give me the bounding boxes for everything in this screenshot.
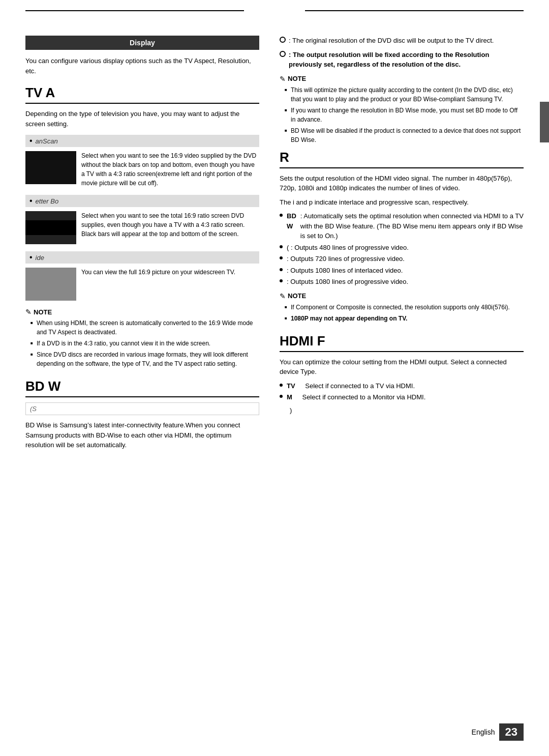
option-anscan-desc: Select when you want to see the 16:9 vid… <box>81 151 259 188</box>
circle-bullet-2: : The output resolution will be fixed ac… <box>280 50 524 70</box>
hdmi-monitor-text: Select if connected to a Monitor via HDM… <box>302 392 425 402</box>
note-item-1: When using HDMI, the screen is automatic… <box>30 318 259 337</box>
side-tab <box>540 102 549 142</box>
option-anscan-label: anScan <box>36 137 58 145</box>
res-1080i-text: : Outputs 1080 lines of interlaced video… <box>287 266 403 276</box>
wide-image <box>25 268 76 301</box>
resolution-intro-2: The i and p indicate interlace and progr… <box>280 197 524 208</box>
resolution-heading: R <box>280 150 524 168</box>
right-column: : The original resolution of the DVD dis… <box>280 36 524 450</box>
note-pencil-icon-2: ✎ <box>280 75 286 83</box>
top-border-right <box>305 10 524 11</box>
letterbox-image <box>25 211 76 244</box>
note-pencil-icon: ✎ <box>25 308 32 316</box>
tv-aspect-note-header: ✎ NOTE <box>25 308 259 316</box>
bd-wise-note: ✎ NOTE This will optimize the picture qu… <box>280 75 524 144</box>
display-intro: You can configure various display option… <box>25 56 259 76</box>
option-anscan: • anScan Select when you want to see the… <box>25 135 259 190</box>
res-1080p-text: : Outputs 1080 lines of progressive vide… <box>287 277 408 287</box>
note-item-2: If a DVD is in the 4:3 ratio, you cannot… <box>30 339 259 348</box>
option-wide-label-row: • ide <box>25 251 259 264</box>
hdmi-bullets: TV Select if connected to a TV via HDMI.… <box>280 381 524 402</box>
option-wide: • ide You can view the full 16:9 picture… <box>25 251 259 303</box>
hdmi-tv-text: Select if connected to a TV via HDMI. <box>305 381 415 391</box>
footer-page-number: 23 <box>499 723 524 741</box>
resolution-bullets: BD W : Automatically sets the optimal re… <box>280 211 524 287</box>
res-bullet-1080p: : Outputs 1080 lines of progressive vide… <box>280 277 524 287</box>
hdmi-intro: You can optimize the colour setting from… <box>280 357 524 377</box>
display-header: Display <box>25 36 259 50</box>
res-note-item-1: If Component or Composite is connected, … <box>285 303 524 312</box>
option-anscan-label-row: • anScan <box>25 135 259 147</box>
tv-aspect-subtext: Depending on the type of television you … <box>25 109 259 129</box>
top-border-left <box>25 10 244 11</box>
footer-lang: English <box>472 728 495 736</box>
res-bullet-1080i: : Outputs 1080 lines of interlaced video… <box>280 266 524 276</box>
bd-wise-sublabel: (S <box>30 405 37 413</box>
note-item-3: Since DVD discs are recorded in various … <box>30 350 259 368</box>
dot-bullet-monitor <box>280 395 283 398</box>
left-column: Display You can configure various displa… <box>25 36 259 450</box>
res-bullet-bdwise: BD W : Automatically sets the optimal re… <box>280 211 524 241</box>
option-letterbox: • etter Bo Select when you want to see t… <box>25 195 259 246</box>
tv-aspect-heading: TV A <box>25 85 259 104</box>
res-bdwise-text: : Automatically sets the optimal resolut… <box>300 211 524 241</box>
option-wide-desc: You can view the full 16:9 picture on yo… <box>81 268 235 277</box>
option-wide-content: You can view the full 16:9 picture on yo… <box>25 266 259 303</box>
dot-bullet-bdwise <box>280 214 283 217</box>
bd-wise-note-header: ✎ NOTE <box>280 75 524 83</box>
circle-bullet-2-text: : The output resolution will be fixed ac… <box>289 50 524 70</box>
bd-note-item-1: This will optimize the picture quality a… <box>285 85 524 104</box>
bullet-anscan: • <box>29 136 33 146</box>
page-container: Display You can configure various displa… <box>0 0 549 756</box>
circle-icon-1 <box>280 37 286 43</box>
dot-bullet-1080p <box>280 279 283 282</box>
option-letterbox-label: etter Bo <box>36 197 59 205</box>
letterbox-bar-bottom <box>25 235 76 244</box>
res-720-text: : Outputs 720 lines of progressive video… <box>287 254 405 264</box>
anscan-tv-visual <box>25 151 76 184</box>
bullet-letterbox: • <box>29 196 33 206</box>
tv-aspect-note-list: When using HDMI, the screen is automatic… <box>25 318 259 368</box>
hdmi-tv-label: TV <box>287 381 295 391</box>
bd-wise-note-list: This will optimize the picture quality a… <box>280 85 524 144</box>
resolution-note-title: NOTE <box>288 292 306 300</box>
bd-note-item-3: BD Wise will be disabled if the product … <box>285 126 524 144</box>
res-480-text: ( : Outputs 480 lines of progressive vid… <box>287 243 409 253</box>
bd-note-item-2: If you want to change the resolution in … <box>285 106 524 124</box>
option-letterbox-desc: Select when you want to see the total 16… <box>81 211 259 239</box>
circle-bullet-1-text: : The original resolution of the DVD dis… <box>289 36 494 46</box>
option-wide-label: ide <box>36 254 44 261</box>
res-note-item-2: 1080P may not appear depending on TV. <box>285 314 524 323</box>
main-content: Display You can configure various displa… <box>25 36 524 450</box>
page-footer: English 23 <box>472 723 524 741</box>
dot-bullet-720 <box>280 256 283 259</box>
dot-bullet-480 <box>280 245 283 248</box>
anscan-image <box>25 151 76 184</box>
tv-aspect-note: ✎ NOTE When using HDMI, the screen is au… <box>25 308 259 368</box>
hdmi-heading: HDMI F <box>280 333 524 352</box>
res-bullet-720: : Outputs 720 lines of progressive video… <box>280 254 524 264</box>
resolution-note-list: If Component or Composite is connected, … <box>280 303 524 323</box>
res-bdwise-label: BD W <box>287 211 296 231</box>
bd-wise-heading: BD W <box>25 379 259 397</box>
letterbox-bar-middle <box>25 220 76 235</box>
hdmi-bullet-tv: TV Select if connected to a TV via HDMI. <box>280 381 524 391</box>
resolution-intro-1: Sets the output resolution of the HDMI v… <box>280 173 524 193</box>
letterbox-bar-top <box>25 211 76 220</box>
resolution-note-header: ✎ NOTE <box>280 292 524 300</box>
option-letterbox-content: Select when you want to see the total 16… <box>25 209 259 246</box>
res-bullet-480: ( : Outputs 480 lines of progressive vid… <box>280 243 524 253</box>
option-letterbox-label-row: • etter Bo <box>25 195 259 207</box>
dot-bullet-tv <box>280 384 283 387</box>
bd-wise-subrow: (S <box>25 402 259 415</box>
wide-tv-visual <box>25 268 76 301</box>
resolution-note: ✎ NOTE If Component or Composite is conn… <box>280 292 524 323</box>
note-pencil-icon-3: ✎ <box>280 292 286 300</box>
hdmi-bullet-monitor: M Select if connected to a Monitor via H… <box>280 392 524 402</box>
bd-wise-body: BD Wise is Samsung’s latest inter-connec… <box>25 420 259 450</box>
letterbox-tv-visual <box>25 211 76 244</box>
bullet-wide: • <box>29 253 33 262</box>
dot-bullet-1080i <box>280 268 283 271</box>
hdmi-monitor-label: M <box>287 392 292 402</box>
